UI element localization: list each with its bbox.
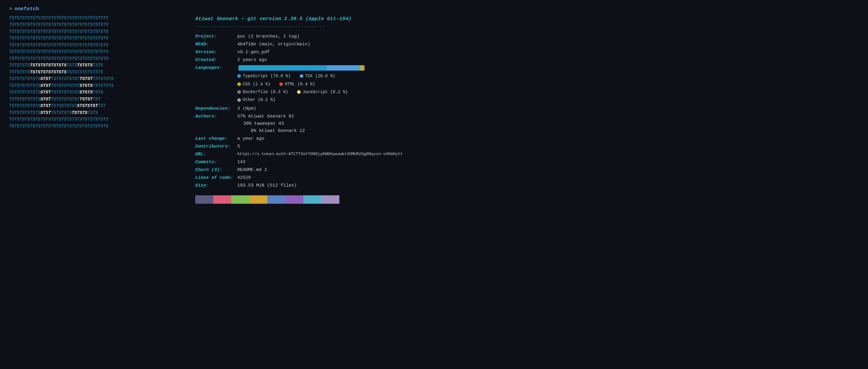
languages-row: Languages:	[195, 64, 859, 71]
created-value: 2 years ago	[237, 57, 267, 64]
ascii-line: TSTSTSTSTSTSSTSTTSTSTSTSTSTTSTSTTSTSTSTS	[9, 75, 177, 82]
lang-row-4: Other (0.1 %)	[237, 96, 859, 104]
created-row: Created: 2 years ago	[195, 57, 859, 64]
tsx-dot	[300, 74, 303, 78]
lang-tsx: TSX (26.6 %)	[300, 73, 336, 79]
palette-swatch-7	[321, 195, 339, 204]
project-row: Project: poc (2 branches, 1 tag)	[195, 33, 859, 40]
prompt-command: onefetch	[14, 6, 39, 12]
lang-css: CSS (2.4 %)	[237, 81, 270, 87]
ascii-line: TSTSTSTSTSTSTSTSTSTSTSTSTSTSTSTSTSTSTS	[9, 21, 177, 28]
other-dot	[237, 98, 241, 102]
main-content: TSTSTSTSTSTSTSTSTSTSTSTSTSTSTSTSTSTSTS T…	[9, 15, 859, 204]
loc-label: Lines of code:	[195, 174, 237, 182]
lastchange-row: Last change: a year ago	[195, 135, 859, 143]
lang-segment-typescript	[239, 65, 327, 71]
created-label: Created:	[195, 57, 237, 64]
languages-list: TypeScript (70.0 %) TSX (26.6 %) CSS (2.…	[237, 73, 859, 104]
commits-label: Commits:	[195, 159, 237, 166]
prompt-line: > onefetch	[9, 6, 859, 12]
contributors-row: Contributors: 5	[195, 143, 859, 150]
contributors-value: 5	[237, 143, 240, 150]
url-label: URL:	[195, 151, 237, 158]
project-label: Project:	[195, 33, 237, 40]
ascii-line: TSTSTSTSTSTSTSTSTSTSTSTSTSTSTSTSTSTSTS	[9, 116, 177, 123]
ascii-line: TSTSTSTSTSTSTSTSTSTSTSTSTSTSTSTSTSTS	[9, 62, 177, 68]
terminal: > onefetch TSTSTSTSTSTSTSTSTSTSTSTSTSTST…	[9, 6, 859, 204]
churn-value: README.md 2	[237, 166, 267, 174]
churn-row: Churn (3): README.md 2	[195, 166, 859, 174]
palette-swatch-4	[267, 195, 285, 204]
lang-typescript: TypeScript (70.0 %)	[237, 73, 291, 79]
lastchange-label: Last change:	[195, 135, 237, 143]
url-value: https://x-token-auth:ATCTT3xFfGN0jyKWDHy…	[237, 151, 403, 157]
lang-segment-tsx	[327, 65, 361, 71]
lang-row-3: Dockerfile (0.3 %) JavaScript (0.2 %)	[237, 89, 859, 96]
html-label: HTML (0.4 %)	[285, 81, 315, 87]
color-palette	[195, 195, 859, 204]
lang-row-2: CSS (2.4 %) HTML (0.4 %)	[237, 81, 859, 88]
contributors-label: Contributors:	[195, 143, 237, 150]
lang-row-1: TypeScript (70.0 %) TSX (26.6 %)	[237, 73, 859, 80]
info-panel: Atiwat Seenark ~ git version 2.39.5 (App…	[177, 15, 859, 204]
lang-segment-css	[361, 65, 364, 71]
size-row: Size: 193.53 MiB (512 files)	[195, 182, 859, 189]
dependencies-row: Dependencies: 3 (Npm)	[195, 105, 859, 112]
author-1: 57% Atiwat Seenark 81	[237, 113, 305, 120]
info-title: Atiwat Seenark ~ git version 2.39.5 (App…	[195, 15, 859, 23]
ascii-line: TSTSTSTSTSTSTSTSTSTSTSTSTSTSTSTSTSTSTS	[9, 49, 177, 55]
palette-swatch-0	[195, 195, 213, 204]
authors-row: Authors: 57% Atiwat Seenark 81 30% tawee…	[195, 113, 859, 134]
loc-row: Lines of code: 42529	[195, 174, 859, 182]
tsx-label: TSX (26.6 %)	[305, 73, 336, 79]
css-dot	[237, 82, 241, 86]
info-divider: ----------------------------------------…	[195, 24, 859, 31]
palette-swatch-6	[303, 195, 321, 204]
ascii-line: TSTSTSTSTSTSSTSTTSTSTSTSTSTSTSTSTSTSTSTS	[9, 82, 177, 89]
head-row: HEAD: 4b4f18e (main, origin/main)	[195, 41, 859, 48]
palette-swatch-5	[285, 195, 303, 204]
authors-label: Authors:	[195, 113, 237, 120]
commits-row: Commits: 143	[195, 159, 859, 166]
version-row: Version: v0.1-gen_pdf	[195, 49, 859, 56]
author-2: 30% taweepat 43	[237, 120, 305, 127]
dependencies-value: 3 (Npm)	[237, 105, 256, 112]
prompt-arrow: >	[9, 6, 12, 12]
palette-swatch-3	[249, 195, 267, 204]
ascii-line: TSTSTSTSTSTSSTSTTSTSTSTSTSTSTSTSTSTS	[9, 89, 177, 96]
ascii-line: TSTSTSTSTSTSTSTSTSTSTSTSTSTSTSTSTSTSTS	[9, 28, 177, 35]
dockerfile-label: Dockerfile (0.3 %)	[243, 89, 288, 95]
ascii-line: TSTSTSTSTSTSTSTSTSTSTSTSTSTSTSTSTSTSTS	[9, 42, 177, 49]
authors-block: 57% Atiwat Seenark 81 30% taweepat 43 8%…	[237, 113, 305, 134]
other-label: Other (0.1 %)	[243, 96, 275, 103]
loc-value: 42529	[237, 174, 251, 182]
palette-swatch-1	[213, 195, 231, 204]
ascii-line: TSTSTSTSTSTSTSTSTSTSTSTSTSTSTSTSTSTSTS	[9, 123, 177, 129]
javascript-dot	[297, 90, 301, 94]
lang-javascript: JavaScript (0.2 %)	[297, 89, 348, 95]
churn-label: Churn (3):	[195, 166, 237, 174]
typescript-dot	[237, 74, 241, 78]
project-value: poc (2 branches, 1 tag)	[237, 33, 300, 40]
ascii-line: TSTSTSTSTSTSSTSTTSTSSTSTSTSTSTSTSTTST	[9, 102, 177, 109]
head-value: 4b4f18e (main, origin/main)	[237, 41, 310, 48]
ascii-line: TSTSTSTSTSTSTSTSTSTSTSTSTSTSTSTSTSTS	[9, 69, 177, 75]
html-dot	[279, 82, 283, 86]
author-3: 8% Atiwat Seenark 12	[237, 127, 305, 134]
lang-html: HTML (0.4 %)	[279, 81, 315, 87]
version-label: Version:	[195, 49, 237, 56]
lastchange-value: a year ago	[237, 135, 264, 143]
ascii-panel: TSTSTSTSTSTSTSTSTSTSTSTSTSTSTSTSTSTSTS T…	[9, 15, 177, 204]
ascii-line: TSTSTSTSTSTSTSTSTSTSTSTSTSTSTSTSTSTSTS	[9, 15, 177, 21]
lang-dockerfile: Dockerfile (0.3 %)	[237, 89, 288, 95]
head-label: HEAD:	[195, 41, 237, 48]
dockerfile-dot	[237, 90, 241, 94]
url-row: URL: https://x-token-auth:ATCTT3xFfGN0jy…	[195, 151, 859, 158]
css-label: CSS (2.4 %)	[243, 81, 270, 87]
lang-other: Other (0.1 %)	[237, 96, 275, 103]
ascii-line: TSTSTSTSTSTSTSTSTSTSTSTSTSTSTSTSTSTSTS	[9, 55, 177, 62]
ascii-line: TSTSTSTSTSTSTSTSTSTSTSTSTSTSTSTSTSTSTS	[9, 35, 177, 41]
version-value: v0.1-gen_pdf	[237, 49, 270, 56]
size-value: 193.53 MiB (512 files)	[237, 182, 297, 189]
javascript-label: JavaScript (0.2 %)	[303, 89, 348, 95]
